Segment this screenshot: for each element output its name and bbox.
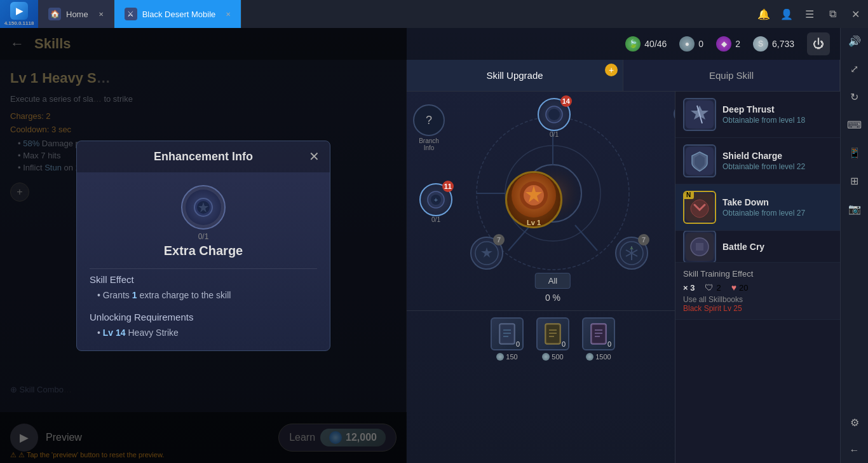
- purple-icon: ◆: [716, 36, 731, 52]
- tab-game-close[interactable]: ✕: [226, 11, 231, 18]
- settings-btn[interactable]: ⚙: [843, 411, 866, 434]
- training-stat-x: × 3: [683, 282, 695, 293]
- modal-divider-1: [90, 268, 317, 269]
- close-icon[interactable]: ✕: [848, 6, 863, 22]
- skillbook-count-3: 0: [607, 340, 611, 348]
- skill-deep-thrust-name: Deep Thrust: [722, 104, 832, 114]
- leaves-value: 40/46: [644, 39, 667, 49]
- skillbook-item-1: 0 150: [491, 317, 524, 361]
- silver-icon-small-3: [586, 353, 593, 361]
- modal-skill-effect-title: Skill Effect: [90, 274, 317, 285]
- branch-info-button[interactable]: ?: [413, 104, 445, 136]
- silver-icon: S: [753, 36, 768, 52]
- cost-label-1: 150: [506, 353, 517, 361]
- training-sword-value: 2: [716, 283, 721, 293]
- all-button[interactable]: All: [535, 273, 571, 289]
- bell-icon[interactable]: 🔔: [756, 6, 771, 22]
- training-heart-icon: ♥: [731, 282, 736, 293]
- skill-take-down-name: Take Down: [722, 197, 832, 207]
- modal-body: 0/1 Extra Charge Skill Effect • Grants 1…: [77, 172, 330, 350]
- skillbook-cost-1: 150: [496, 353, 517, 361]
- black-spirit-text: Black Spirit Lv 25: [683, 304, 832, 313]
- skill-take-down-level: Obtainable from level 27: [722, 209, 832, 218]
- tab-upgrade-label: Skill Upgrade: [486, 70, 543, 81]
- skill-battle-cry-info: Battle Cry: [722, 242, 832, 252]
- skill-training-title: Skill Training Effect: [683, 269, 832, 279]
- training-x-value: × 3: [683, 283, 695, 293]
- mobile-btn[interactable]: 📱: [843, 141, 866, 164]
- tree-node-left-badge: 11: [442, 181, 454, 192]
- volume-btn[interactable]: 🔊: [843, 29, 866, 52]
- silver-icon-small-1: [496, 353, 504, 361]
- training-stats: × 3 🛡 2 ♥ 20: [683, 282, 832, 293]
- tab-game-label: Black Desert Mobile: [142, 10, 216, 19]
- tab-equip-label: Equip Skill: [709, 70, 754, 81]
- skill-deep-thrust-info: Deep Thrust Obtainable from level 18: [722, 104, 832, 125]
- skill-list-item-battle-cry[interactable]: Battle Cry: [675, 231, 840, 263]
- use-skillbooks-button[interactable]: Use all Skillbooks: [683, 295, 832, 304]
- moon-value: 0: [698, 39, 703, 49]
- silver-value: 6,733: [772, 39, 794, 49]
- skillbook-cost-2: 500: [542, 353, 563, 361]
- tab-equip-skill[interactable]: Equip Skill: [623, 60, 840, 91]
- skill-tree-area: ? BranchInfo ?: [407, 92, 699, 308]
- tree-node-bottom-right-circle: 7: [615, 237, 648, 270]
- svg-rect-26: [546, 325, 559, 343]
- titlebar-controls: 🔔 👤 ☰ ⧉ ✕: [756, 6, 868, 22]
- branch-info-node: ? BranchInfo: [413, 104, 445, 151]
- purple-value: 2: [735, 39, 740, 49]
- account-icon[interactable]: 👤: [779, 6, 794, 22]
- percent-value: 0 %: [545, 293, 560, 303]
- training-heart-value: 20: [739, 283, 748, 293]
- tab-home-close[interactable]: ✕: [98, 11, 104, 18]
- center-skill-image: [512, 173, 556, 218]
- modal-title: Enhancement Info: [154, 150, 253, 163]
- tree-node-bottom-left[interactable]: 7: [470, 237, 503, 270]
- modal-close-button[interactable]: ✕: [309, 149, 320, 164]
- tree-node-left-circle: + 11: [419, 183, 452, 216]
- training-stat-heart: ♥ 20: [731, 282, 749, 293]
- skill-list-item-take-down[interactable]: N Take Down Obtainable from level 27: [675, 184, 840, 231]
- keyboard-btn[interactable]: ⌨: [843, 113, 866, 136]
- skillbook-icon-2[interactable]: 0: [536, 317, 569, 350]
- modal-requirements-section: Unlocking Requirements • Lv 14 Heavy Str…: [90, 303, 317, 338]
- skillbook-icon-1[interactable]: 0: [491, 317, 524, 350]
- main-content: ← Skills 🍃 40/46 ● 0 ◆ 2 S 6,733 ⏻ Lv: [0, 28, 840, 463]
- rotate-btn[interactable]: ↻: [843, 85, 866, 108]
- home-tab-icon: 🏠: [48, 8, 61, 20]
- back-btn-sidebar[interactable]: ←: [843, 439, 866, 462]
- restore-icon[interactable]: ⧉: [825, 6, 840, 22]
- currency-silver: S 6,733: [753, 36, 794, 52]
- skill-shield-charge-level: Obtainable from level 22: [722, 162, 832, 171]
- skillbook-icon-3[interactable]: 0: [582, 317, 615, 350]
- skill-training-box: Skill Training Effect × 3 🛡 2 ♥ 20 U: [675, 263, 840, 320]
- tree-node-top-counter: 0/1: [538, 131, 571, 139]
- new-badge: N: [683, 191, 694, 199]
- skill-shield-charge-name: Shield Charge: [722, 151, 832, 161]
- tab-skill-upgrade[interactable]: Skill Upgrade +: [407, 60, 623, 91]
- tab-home[interactable]: 🏠 Home ✕: [38, 0, 114, 28]
- tree-node-top[interactable]: 14 0/1: [538, 98, 571, 139]
- skill-deep-thrust-icon: [683, 98, 716, 131]
- skill-list-panel: Deep Thrust Obtainable from level 18 Shi…: [675, 92, 840, 463]
- logout-button[interactable]: ⏻: [807, 32, 830, 55]
- camera-btn[interactable]: 📷: [843, 197, 866, 220]
- skill-battle-cry-icon: [683, 231, 716, 263]
- tree-node-bottom-right[interactable]: 7: [615, 237, 648, 270]
- tree-node-top-badge: 14: [560, 95, 572, 107]
- svg-rect-21: [501, 325, 513, 343]
- cost-label-2: 500: [552, 353, 563, 361]
- skill-list-item-shield-charge[interactable]: Shield Charge Obtainable from level 22: [675, 138, 840, 184]
- titlebar: ▶ 4.150.0.1118 🏠 Home ✕ ⚔ Black Desert M…: [0, 0, 868, 28]
- macro-btn[interactable]: ⊞: [843, 169, 866, 192]
- menu-icon[interactable]: ☰: [802, 6, 817, 22]
- use-skillbooks-label: Use all Skillbooks: [683, 295, 743, 304]
- center-skill-display: Lv 1: [505, 171, 562, 228]
- expand-btn[interactable]: ⤢: [843, 57, 866, 80]
- skill-list-item-deep-thrust[interactable]: Deep Thrust Obtainable from level 18: [675, 92, 840, 138]
- moon-icon: ●: [679, 36, 695, 52]
- svg-line-7: [508, 225, 531, 251]
- tree-node-left[interactable]: + 11 0/1: [419, 183, 452, 224]
- skill-shield-charge-icon: [683, 144, 716, 177]
- tab-game[interactable]: ⚔ Black Desert Mobile ✕: [114, 0, 242, 28]
